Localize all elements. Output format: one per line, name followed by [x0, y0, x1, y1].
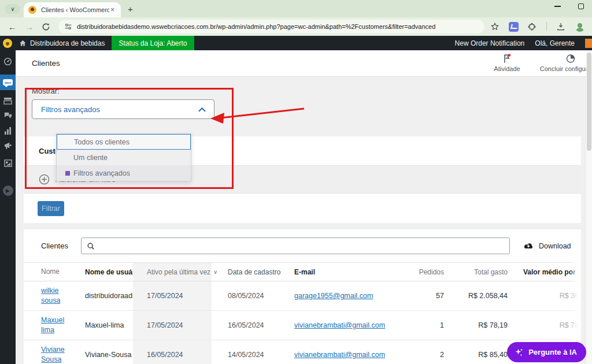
customer-email-link[interactable]: vivianebrambati@gmail.com [294, 351, 385, 359]
filter-actions-row: Filtrar [24, 194, 581, 223]
new-tab-button[interactable]: + [128, 4, 133, 14]
browser-tab[interactable]: Clientes ‹ WooCommerce ‹ Dist × [24, 2, 121, 17]
filter-option[interactable]: Todos os clientes [57, 134, 191, 150]
wp-sidebar: woo ▶ [0, 50, 16, 364]
sidebar-item-plugin[interactable]: ▶ [0, 183, 16, 198]
column-header[interactable]: Pedidos [399, 268, 449, 276]
filter-button[interactable]: Filtrar [38, 201, 64, 216]
customer-email-link[interactable]: vivianebrambati@gmail.com [294, 321, 385, 329]
table-cell: wilkie sousa [24, 286, 77, 306]
sidebar-item-marketing[interactable] [0, 138, 16, 153]
wp-admin-bar: Distribuidora de bebidas Status da Loja:… [0, 36, 592, 50]
table-cell: 17/05/2024 [133, 281, 212, 310]
column-header[interactable]: E-mail [281, 268, 399, 276]
window-minimize-button[interactable] [554, 6, 561, 7]
browser-toolbar: ← → distribuidorabebidasdemo.wswebcriaco… [0, 17, 592, 36]
table-row: Maxuel limaMaxuel-lima17/05/202416/05/20… [24, 311, 581, 340]
site-logo-icon[interactable] [3, 39, 12, 48]
store-status-badge[interactable]: Status da Loja: Aberto [112, 36, 194, 50]
table-cell: R$ 78 [509, 321, 581, 329]
url-text[interactable]: distribuidorabebidasdemo.wswebcriacoes.c… [77, 23, 435, 30]
customer-name-link[interactable]: Viviane Sousa [41, 346, 65, 363]
column-header[interactable]: Valor médio por pedi [509, 268, 581, 276]
table-cell: 57 [399, 292, 449, 300]
products-icon [3, 97, 12, 105]
customer-name-link[interactable]: wilkie sousa [41, 287, 60, 304]
search-icon [87, 242, 95, 250]
forward-button[interactable]: → [25, 22, 34, 32]
comments-icon [3, 112, 12, 120]
column-header[interactable]: Ativo pela última vez∨ [133, 263, 212, 281]
dashboard-icon [3, 57, 12, 66]
woocommerce-icon: woo [3, 79, 13, 86]
user-avatar[interactable] [585, 39, 592, 48]
page-title: Clientes [32, 59, 60, 68]
sidebar-item-comments[interactable] [0, 108, 16, 123]
table-cell: Viviane Sousa [24, 345, 77, 364]
table-cell: vivianebrambati@gmail.com [281, 351, 399, 359]
ask-ai-label: Pergunte à IA [528, 348, 577, 356]
page-scrollbar[interactable] [586, 50, 592, 364]
sidebar-item-products[interactable] [0, 93, 16, 108]
column-header[interactable]: Data de cadastro [212, 268, 281, 276]
account-greeting[interactable]: Olá, Gerente [535, 39, 575, 47]
main-content: Clientes Atividade Concluir configuração… [16, 50, 592, 364]
table-cell: 16/05/2024 [212, 321, 281, 329]
sidebar-item-woocommerce[interactable]: woo [0, 75, 16, 90]
table-cell: vivianebrambati@gmail.com [281, 321, 399, 329]
downloads-icon[interactable] [556, 22, 565, 31]
table-cell: 17/05/2024 [133, 311, 212, 340]
finish-setup-button[interactable]: Concluir configuração [546, 53, 592, 72]
table-cell: R$ 2.058,44 [449, 292, 509, 300]
marketing-megaphone-icon [3, 142, 12, 150]
page-header: Clientes Atividade Concluir configuração [16, 50, 592, 77]
column-header[interactable]: Nome [24, 267, 77, 276]
customers-table-card: Clientes Download NomeNome de usuárioAti… [24, 229, 581, 364]
browser-profile-avatar[interactable] [575, 21, 585, 32]
screen: ∨ Clientes ‹ WooCommerce ‹ Dist × + ← → … [0, 0, 592, 364]
table-row: Viviane SousaViviane-Sousa16/05/202414/0… [24, 340, 581, 364]
ask-ai-button[interactable]: Pergunte à IA [507, 342, 586, 362]
sidebar-item-media[interactable] [0, 155, 16, 170]
cloud-download-icon [523, 242, 534, 250]
table-cell: 08/05/2024 [212, 292, 281, 300]
address-bar[interactable]: distribuidorabebidasdemo.wswebcriacoes.c… [58, 20, 484, 34]
filter-option[interactable]: Filtros avançados [57, 165, 191, 181]
activity-button[interactable]: Atividade [482, 53, 532, 72]
bookmark-star-icon[interactable] [490, 22, 500, 31]
toolbar-divider [546, 22, 547, 31]
column-header[interactable]: Total gasto [449, 268, 509, 276]
window-restore-button[interactable] [578, 3, 584, 9]
home-icon [19, 39, 27, 47]
customer-name-link[interactable]: Maxuel lima [41, 316, 64, 334]
scrollbar-thumb[interactable] [587, 53, 591, 151]
close-tab-icon[interactable]: × [110, 6, 114, 14]
address-bar-action-icon[interactable] [509, 22, 519, 32]
site-settings-icon[interactable] [64, 23, 72, 31]
table-title: Clientes [41, 242, 68, 250]
new-order-notification-link[interactable]: New Order Notification [455, 39, 525, 47]
table-body: wilkie sousadistribuidoraadm17/05/202408… [24, 281, 581, 364]
sidebar-item-analytics[interactable] [0, 123, 16, 138]
extensions-icon[interactable] [528, 22, 537, 31]
setup-progress-icon [565, 53, 576, 64]
admin-bar-site-link[interactable]: Distribuidora de bebidas [19, 39, 105, 47]
filter-select-value: Filtros avançados [41, 105, 100, 114]
table-row: wilkie sousadistribuidoraadm17/05/202408… [24, 281, 581, 311]
download-button[interactable]: Download [523, 242, 571, 250]
table-cell: 14/05/2024 [212, 351, 281, 359]
table-cell: distribuidoraadm [77, 292, 133, 300]
customers-search-input[interactable] [81, 237, 510, 254]
analytics-icon [3, 127, 12, 135]
sidebar-item-dashboard[interactable] [0, 54, 16, 69]
reload-button[interactable] [42, 23, 50, 31]
filter-option[interactable]: Um cliente [57, 150, 191, 165]
tab-search-button[interactable]: ∨ [5, 4, 20, 14]
tab-title: Clientes ‹ WooCommerce ‹ Dist [41, 6, 109, 13]
browser-tabstrip: ∨ Clientes ‹ WooCommerce ‹ Dist × + [0, 0, 592, 17]
column-header[interactable]: Nome de usuário [77, 268, 133, 276]
filter-select[interactable]: Filtros avançados [32, 99, 214, 119]
table-cell: Maxuel lima [24, 315, 77, 335]
customer-email-link[interactable]: garage1955@gmail.com [294, 292, 373, 300]
back-button[interactable]: ← [8, 22, 17, 32]
